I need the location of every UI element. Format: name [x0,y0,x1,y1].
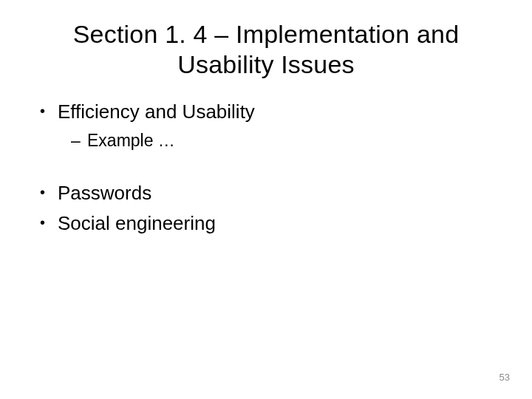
bullet-item: • Social engineering [40,211,495,236]
slide: Section 1. 4 – Implementation and Usabil… [0,0,532,399]
sub-bullet-text: Example … [87,129,175,152]
bullet-marker: • [40,180,58,204]
bullet-marker: • [40,99,58,123]
bullet-marker: • [40,211,58,234]
slide-title: Section 1. 4 – Implementation and Usabil… [37,19,495,80]
page-number: 53 [499,372,510,383]
bullet-item: • Passwords [40,180,495,206]
sub-bullet-marker: – [71,129,87,152]
bullet-text: Passwords [58,180,151,206]
spacer [40,157,495,180]
bullet-text: Efficiency and Usability [58,99,255,125]
slide-content: • Efficiency and Usability – Example … •… [37,99,495,236]
bullet-text: Social engineering [58,211,216,236]
sub-bullet-item: – Example … [71,129,495,152]
bullet-item: • Efficiency and Usability [40,99,495,125]
